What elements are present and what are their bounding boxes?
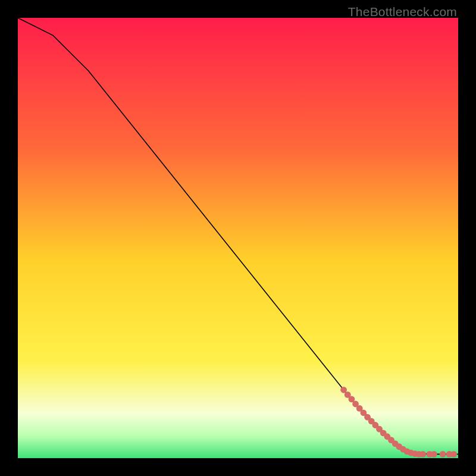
data-marker <box>440 451 446 458</box>
gradient-background <box>18 18 458 458</box>
watermark-text: TheBottleneck.com <box>348 5 457 19</box>
data-marker <box>419 451 426 458</box>
chart-svg <box>18 18 458 458</box>
data-marker <box>450 451 457 458</box>
plot-area <box>18 18 458 458</box>
data-marker <box>431 451 437 458</box>
chart-stage: TheBottleneck.com <box>0 0 476 476</box>
